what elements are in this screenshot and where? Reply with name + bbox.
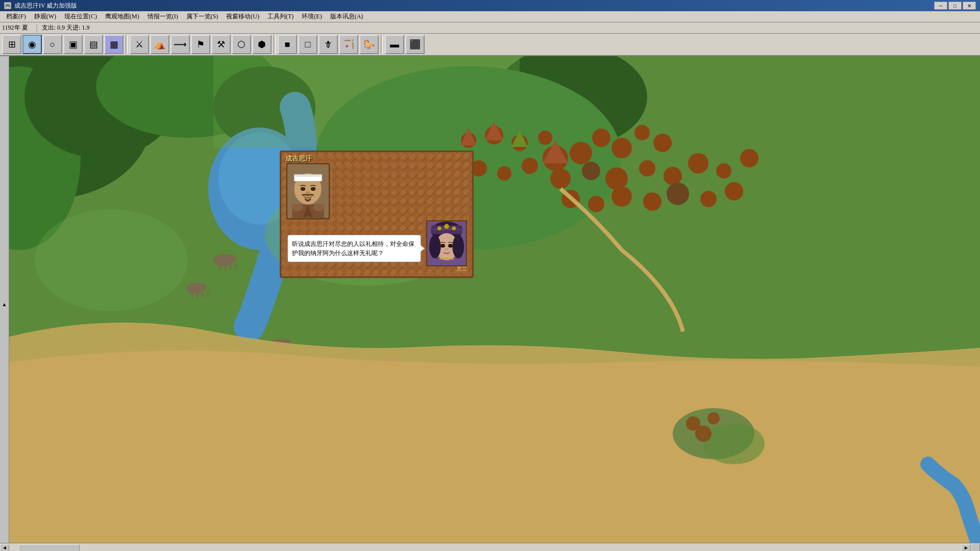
toolbar-icon-trade[interactable]: ⟿ xyxy=(170,35,190,54)
svg-point-87 xyxy=(448,244,453,248)
close-button[interactable]: ✕ xyxy=(963,2,976,10)
svg-point-86 xyxy=(440,244,446,248)
menu-eagle[interactable]: 鹰观地图(M) xyxy=(101,11,143,22)
toolbar-icon-warrior2[interactable]: 🏹 xyxy=(339,35,358,54)
title-bar: 🎮 成吉思汗IV 威力加强版 ─ □ ✕ xyxy=(0,0,980,11)
dialog-portrait-left xyxy=(286,163,330,219)
svg-point-18 xyxy=(538,131,552,145)
toolbar-icon-army1[interactable]: ⚔ xyxy=(130,35,149,54)
game-viewport[interactable]: ▲ xyxy=(0,56,980,551)
dialog-box[interactable]: 成吉思汗 xyxy=(280,151,474,278)
menu-view[interactable]: 静观(W) xyxy=(30,11,60,22)
svg-rect-70 xyxy=(294,174,322,177)
svg-point-45 xyxy=(226,255,236,263)
svg-point-29 xyxy=(550,168,571,189)
dialog-speech-text: 听说成吉思汗对尽忠的人以礼相待，对全命保护我的纳牙阿为什么这样无礼呢？ xyxy=(292,240,414,257)
svg-point-66 xyxy=(35,209,188,311)
toolbar-icon-layers3[interactable]: ▦ xyxy=(104,35,124,54)
toolbar-icon-item6[interactable]: ⬢ xyxy=(252,35,272,54)
toolbar-icon-layers1[interactable]: ▣ xyxy=(63,35,83,54)
toolbar-icon-person[interactable]: ⚑ xyxy=(191,35,210,54)
toolbar-icon-circle1[interactable]: ○ xyxy=(43,35,62,54)
svg-point-27 xyxy=(497,166,511,181)
svg-point-31 xyxy=(605,167,628,190)
svg-point-32 xyxy=(639,160,655,177)
svg-point-72 xyxy=(311,187,316,191)
menu-file[interactable]: 档案(F) xyxy=(2,11,30,22)
menu-bar: 档案(F) 静观(W) 现在位置(C) 鹰观地图(M) 情报一览(I) 属下一览… xyxy=(0,11,980,22)
scroll-left-arrow[interactable]: ▲ xyxy=(2,302,7,307)
menu-subordinate[interactable]: 属下一览(S) xyxy=(182,11,223,22)
year-display: 1192年 夏 xyxy=(2,23,28,32)
map-svg xyxy=(9,56,980,543)
dialog-title: 成吉思汗 xyxy=(285,154,312,163)
toolbar-icon-group[interactable]: ⚒ xyxy=(211,35,231,54)
toolbar-sep-1 xyxy=(126,35,128,54)
icon-toolbar: ⊞ ◉ ○ ▣ ▤ ▦ ⚔ ⛺ ⟿ ⚑ ⚒ ⬡ ⬢ ■ □ 🗡 🏹 🐎 ▬ ⬛ xyxy=(0,34,980,56)
toolbar-icon-warrior1[interactable]: 🗡 xyxy=(318,35,338,54)
toolbar-icon-army2[interactable]: ⛺ xyxy=(150,35,169,54)
svg-point-22 xyxy=(592,129,610,147)
toolbar-icon-map[interactable]: ⊞ xyxy=(2,35,21,54)
scroll-bottom[interactable]: ◄ ► xyxy=(0,543,980,551)
svg-point-39 xyxy=(611,186,632,207)
svg-point-23 xyxy=(611,138,632,158)
scroll-thumb[interactable] xyxy=(18,544,80,552)
minimize-button[interactable]: ─ xyxy=(934,2,947,10)
svg-point-75 xyxy=(291,204,303,211)
svg-line-53 xyxy=(197,294,198,299)
svg-point-36 xyxy=(740,149,758,167)
svg-line-52 xyxy=(192,293,193,298)
title-text: 🎮 成吉思汗IV 威力加强版 xyxy=(4,2,77,10)
svg-point-28 xyxy=(522,158,538,174)
svg-point-80 xyxy=(437,227,442,231)
toolbar-sep-3 xyxy=(381,35,383,54)
dialog-portrait-right xyxy=(426,220,467,266)
window-title: 成吉思汗IV 威力加强版 xyxy=(14,2,77,10)
svg-line-49 xyxy=(235,264,236,269)
menu-tools[interactable]: 工具列(T) xyxy=(263,11,298,22)
toolbar: 1192年 夏 | 支出: 0.9 天进: 1.9 xyxy=(0,22,980,34)
maximize-button[interactable]: □ xyxy=(948,2,962,10)
toolbar-icon-grid1[interactable]: ▬ xyxy=(385,35,404,54)
svg-line-54 xyxy=(202,293,203,298)
svg-point-42 xyxy=(700,191,717,207)
svg-line-46 xyxy=(220,265,221,270)
menu-window-move[interactable]: 视窗移动(U) xyxy=(222,11,263,22)
svg-point-51 xyxy=(198,283,207,290)
svg-point-41 xyxy=(667,183,689,205)
toolbar-sep-2 xyxy=(274,35,276,54)
toolbar-icon-terrain2[interactable]: □ xyxy=(298,35,317,54)
svg-point-61 xyxy=(703,423,765,464)
svg-line-48 xyxy=(230,265,231,270)
scroll-right-btn[interactable]: ► xyxy=(962,544,971,552)
toolbar-icon-layers2[interactable]: ▤ xyxy=(84,35,103,54)
toolbar-icon-terrain1[interactable]: ■ xyxy=(278,35,297,54)
svg-point-76 xyxy=(313,204,325,211)
dialog-speech-bubble: 听说成吉思汗对尽忠的人以礼相待，对全命保护我的纳牙阿为什么这样无礼呢？ xyxy=(287,235,421,262)
svg-point-73 xyxy=(306,191,310,194)
toolbar-icon-item5[interactable]: ⬡ xyxy=(232,35,251,54)
svg-point-30 xyxy=(582,162,600,180)
toolbar-icon-zoom[interactable]: ◉ xyxy=(22,35,42,54)
svg-point-82 xyxy=(452,227,456,231)
scroll-left-btn[interactable]: ◄ xyxy=(0,544,9,552)
menu-info[interactable]: 情报一览(I) xyxy=(143,11,182,22)
scroll-corner xyxy=(971,543,980,552)
map-area[interactable]: 成吉思汗 xyxy=(9,56,980,543)
svg-point-71 xyxy=(301,187,306,191)
svg-line-55 xyxy=(207,292,208,297)
menu-environment[interactable]: 环境(E) xyxy=(298,11,326,22)
svg-point-25 xyxy=(653,134,672,152)
window-controls[interactable]: ─ □ ✕ xyxy=(934,2,976,10)
menu-position[interactable]: 现在位置(C) xyxy=(60,11,101,22)
toolbar-icon-grid2[interactable]: ⬛ xyxy=(405,35,425,54)
app-icon: 🎮 xyxy=(4,2,11,9)
scroll-left[interactable]: ▲ xyxy=(0,56,9,551)
menu-about[interactable]: 版本讯息(A) xyxy=(326,11,368,22)
toolbar-icon-warrior3[interactable]: 🐎 xyxy=(359,35,379,54)
svg-point-35 xyxy=(716,163,731,179)
svg-rect-89 xyxy=(433,260,460,265)
svg-point-34 xyxy=(688,153,708,173)
svg-point-40 xyxy=(643,192,662,211)
